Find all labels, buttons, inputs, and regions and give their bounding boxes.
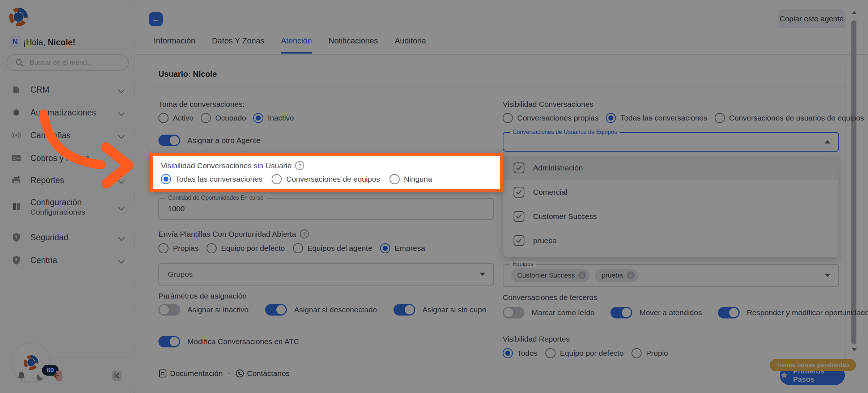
contact-link[interactable]: Contáctanos — [235, 369, 290, 378]
radio-inactivo[interactable]: Inactivo — [253, 113, 294, 123]
marcar-como-leido-toggle[interactable] — [503, 307, 524, 318]
asignar-otro-agente-row: Asignar a otro Agente — [158, 135, 260, 146]
sidebar-item-campanas[interactable]: Campañas — [7, 127, 129, 144]
modifica-atc-toggle[interactable] — [158, 336, 180, 347]
checkbox-checked-icon[interactable] — [514, 211, 524, 222]
conversaciones-usuarios-equipos-select-label: Conversaciones de Usuarios de Equipos — [510, 129, 620, 135]
sidebar-item-cobros-y-pagos[interactable]: Cobros y Pagos — [7, 149, 129, 167]
asignar-si-sin-cupo-row: Asignar si sin cupo — [393, 304, 486, 316]
radio-selected-icon — [161, 174, 171, 184]
sidebar-item-reportes[interactable]: Reportes — [7, 172, 129, 189]
help-icon[interactable]: ? — [295, 161, 304, 170]
tab-datos-y-zonas[interactable]: Datos Y Zonas — [212, 36, 264, 54]
sidebar-item-label: Configuración — [30, 198, 85, 208]
shield-lock-icon — [12, 233, 21, 242]
radio-reportes-equipo-por-defecto[interactable]: Equipo por defecto — [545, 348, 624, 358]
chip-remove-icon[interactable]: ✕ — [578, 271, 586, 279]
radio-icon — [158, 113, 169, 123]
radio-equipo-por-defecto[interactable]: Equipo por defecto — [207, 243, 285, 253]
collapse-sidebar-icon[interactable] — [111, 370, 122, 381]
dark-mode-moon-icon[interactable] — [35, 371, 46, 383]
phone-icon — [235, 369, 244, 378]
radio-ocupado[interactable]: Ocupado — [201, 113, 246, 123]
sidebar-item-label: Cobros y Pagos — [30, 153, 90, 163]
asignar-otro-agente-toggle[interactable] — [158, 135, 180, 146]
dropdown-item-comercial[interactable]: Comercial — [503, 180, 838, 204]
radio-selected-icon — [253, 113, 263, 123]
radio-icon — [272, 174, 282, 184]
tab-informacion[interactable]: Información — [154, 36, 195, 54]
chevron-down-icon — [118, 132, 124, 139]
asignar-si-inactivo-toggle[interactable] — [158, 304, 180, 316]
dropdown-item-customer-success[interactable]: Customer Success — [503, 204, 838, 228]
dropdown-item-prueba[interactable]: prueba — [503, 228, 838, 253]
radio-todas-las-conversaciones-sin-usuario[interactable]: Todas las conversaciones — [161, 174, 262, 184]
tab-bar: Información Datos Y Zonas Atención Notif… — [154, 36, 426, 54]
radio-conversaciones-de-equipos[interactable]: Conversaciones de equipos — [272, 174, 380, 184]
back-button[interactable]: ← — [149, 12, 163, 26]
radio-propias[interactable]: Propias — [158, 243, 199, 253]
chip-remove-icon[interactable]: ✕ — [627, 271, 635, 279]
avatar: N — [9, 36, 21, 47]
radio-equipos-del-agente[interactable]: Equipos del agente — [293, 243, 373, 253]
parametros-toggles-row: Asignar si inactivo Asignar si desconect… — [158, 304, 486, 316]
copy-agent-button[interactable]: Copiar este agente — [778, 9, 846, 28]
chevron-down-icon — [480, 273, 485, 276]
tab-notificaciones[interactable]: Notificaciones — [328, 36, 378, 54]
grupos-select[interactable]: Grupos — [158, 263, 494, 286]
chevron-down-icon — [118, 86, 124, 93]
radio-propio[interactable]: Propio — [631, 348, 668, 358]
radio-activo[interactable]: Activo — [158, 113, 193, 123]
tab-auditoria[interactable]: Auditoria — [395, 36, 426, 54]
documentation-link[interactable]: Documentación — [158, 369, 223, 378]
sidebar-search[interactable] — [7, 54, 129, 71]
mover-a-atendidos-toggle[interactable] — [610, 307, 632, 318]
footer-separator: - — [228, 369, 230, 378]
asignar-si-inactivo-row: Asignar si inactivo — [158, 304, 248, 316]
visibilidad-reportes-label: Visibilidad Reportes — [503, 335, 570, 343]
responder-modificar-toggle[interactable] — [718, 307, 740, 318]
chevron-down-icon — [118, 109, 124, 116]
search-input[interactable] — [29, 58, 117, 67]
card-header-divider — [148, 86, 845, 86]
parametros-asignacion-label: Parámetros de asignación — [158, 292, 247, 300]
dropdown-item-administracion[interactable]: Administración — [503, 156, 838, 180]
visibilidad-reportes-radiogroup: Todos Equipo por defecto Propio — [503, 348, 668, 358]
cantidad-oportunidades-field[interactable]: Cantidad de Oportunidades En curso 1000 — [158, 198, 494, 220]
bell-icon[interactable] — [16, 370, 27, 381]
sidebar-item-label: Reportes — [30, 176, 64, 185]
checkbox-checked-icon[interactable] — [514, 162, 524, 173]
radio-empresa[interactable]: Empresa — [380, 243, 425, 253]
search-icon — [15, 58, 24, 67]
spotlight-visibilidad-sin-usuario: Visibilidad Conversaciones sin Usuario ?… — [150, 153, 503, 192]
sidebar-item-crm[interactable]: CRM — [7, 81, 129, 98]
asignar-si-desconectado-row: Asignar si desconectado — [265, 304, 377, 316]
sidebar-item-automatizaciones[interactable]: Automatizaciones — [7, 104, 129, 121]
sidebar-item-configuracion[interactable]: Configuración Configuraciones — [7, 195, 129, 219]
checkbox-checked-icon[interactable] — [514, 235, 524, 246]
asignar-si-sin-cupo-toggle[interactable] — [393, 304, 415, 316]
conversaciones-usuarios-equipos-select[interactable]: Conversaciones de Usuarios de Equipos — [503, 132, 839, 152]
radio-todas-las-conversaciones[interactable]: Todas las conversaciones — [606, 113, 707, 123]
envia-plantillas-radiogroup: Propias Equipo por defecto Equipos del a… — [158, 243, 425, 253]
radio-selected-icon — [606, 113, 616, 123]
logout-icon[interactable] — [53, 370, 64, 381]
help-icon[interactable]: ? — [300, 229, 309, 238]
chip-prueba[interactable]: prueba ✕ — [595, 269, 638, 282]
scrollbar-up-arrow[interactable] — [852, 11, 857, 14]
radio-ninguna[interactable]: Ninguna — [390, 174, 432, 184]
radio-conversaciones-usuarios-equipos[interactable]: Conversaciones de usuarios de equipos — [715, 113, 864, 123]
sidebar-item-seguridad[interactable]: Seguridad — [7, 229, 129, 246]
chip-customer-success[interactable]: Customer Success ✕ — [511, 269, 590, 282]
sidebar-item-label: Centria — [30, 255, 57, 265]
checkbox-checked-icon[interactable] — [514, 187, 524, 198]
radio-conversaciones-propias[interactable]: Conversaciones propias — [503, 113, 599, 123]
asignar-si-desconectado-toggle[interactable] — [265, 304, 287, 316]
tab-atencion[interactable]: Atención — [281, 36, 312, 54]
sidebar-item-centria[interactable]: Centria — [7, 252, 129, 269]
scrollbar-thumb[interactable] — [851, 20, 856, 345]
scrollbar-down-arrow[interactable] — [852, 348, 857, 351]
radio-todos[interactable]: Todos — [503, 348, 537, 358]
sidebar-subitem-configuraciones[interactable]: Configuraciones — [30, 207, 85, 216]
equipos-field[interactable]: Equipos Customer Success ✕ prueba ✕ — [503, 264, 839, 287]
